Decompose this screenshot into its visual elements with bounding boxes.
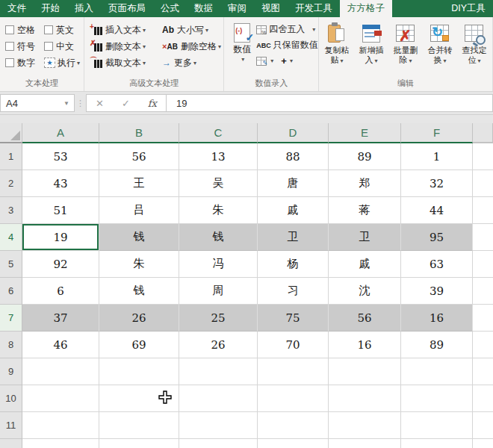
column-header-B[interactable]: B [99, 123, 179, 143]
checkbox-icon[interactable] [5, 25, 14, 34]
tab-开始[interactable]: 开始 [34, 0, 67, 17]
cell-D7[interactable]: 75 [258, 305, 329, 332]
insert-function-icon[interactable]: fx [148, 98, 157, 109]
cell-B9[interactable] [99, 358, 179, 385]
cell-B5[interactable]: 朱 [99, 251, 179, 278]
cell-F11[interactable] [401, 412, 473, 439]
cell-F5[interactable]: 63 [401, 251, 473, 278]
batch-delete-button[interactable]: ✗ 批量删 除▾ [389, 22, 422, 76]
cell-B8[interactable]: 69 [99, 332, 179, 358]
formula-input[interactable]: 19 [167, 94, 493, 112]
cell-partial[interactable] [473, 412, 493, 439]
row-header-5[interactable]: 5 [0, 251, 22, 278]
new-insert-button[interactable]: 新增插 入▾ [355, 22, 388, 76]
record-entry-button[interactable]: ✎ ▾ [256, 57, 273, 66]
cell-partial[interactable] [99, 439, 179, 448]
cell-F1[interactable]: 1 [401, 143, 473, 170]
cell-B2[interactable]: 王 [99, 170, 179, 197]
cell-A8[interactable]: 46 [22, 332, 99, 358]
cell-D6[interactable]: 习 [258, 278, 329, 305]
cell-F8[interactable]: 89 [401, 332, 473, 358]
cell-A4[interactable]: 19 [22, 224, 99, 251]
name-box[interactable]: A4 ▼ [0, 94, 75, 112]
cell-E7[interactable]: 56 [329, 305, 401, 332]
cell-D11[interactable] [258, 412, 329, 439]
cell-C10[interactable] [179, 385, 258, 412]
cell-partial[interactable] [258, 439, 329, 448]
cell-partial[interactable] [473, 358, 493, 385]
dropdown-arrow-icon[interactable]: ▼ [63, 100, 69, 107]
cell-D3[interactable]: 戚 [258, 197, 329, 224]
case-button[interactable]: Ab 大小写 ▾ [162, 22, 221, 38]
tab-视图[interactable]: 视图 [254, 0, 288, 17]
value-button[interactable]: (-)✓ 数值 ▾ [228, 22, 256, 76]
cell-D2[interactable]: 唐 [258, 170, 329, 197]
cell-B4[interactable]: 钱 [99, 224, 179, 251]
cell-partial[interactable] [473, 251, 493, 278]
row-header-2[interactable]: 2 [0, 170, 22, 197]
tab-方方格子[interactable]: 方方格子 [340, 0, 392, 17]
cell-F3[interactable]: 44 [401, 197, 473, 224]
cell-partial[interactable] [473, 197, 493, 224]
row-header-partial[interactable] [0, 439, 22, 448]
cell-C5[interactable]: 冯 [179, 251, 258, 278]
cell-partial[interactable] [473, 224, 493, 251]
round-button[interactable]: % 四舍五入 ▾ [256, 22, 318, 37]
cell-B6[interactable]: 钱 [99, 278, 179, 305]
row-header-3[interactable]: 3 [0, 197, 22, 224]
insert-text-button[interactable]: + 插入文本 ▾ [90, 22, 162, 38]
tab-公式[interactable]: 公式 [153, 0, 187, 17]
tab-插入[interactable]: 插入 [67, 0, 101, 17]
cell-D4[interactable]: 卫 [258, 224, 329, 251]
row-header-8[interactable]: 8 [0, 332, 22, 358]
cell-B7[interactable]: 26 [99, 305, 179, 332]
cell-D10[interactable] [258, 385, 329, 412]
row-header-10[interactable]: 10 [0, 385, 22, 412]
cell-A11[interactable] [22, 412, 99, 439]
cell-E8[interactable]: 16 [329, 332, 401, 358]
row-header-1[interactable]: 1 [0, 143, 22, 170]
extract-text-button[interactable]: ⌒ 截取文本 ▾ [90, 55, 162, 71]
cell-partial[interactable] [473, 385, 493, 412]
cell-A7[interactable]: 37 [22, 305, 99, 332]
cell-partial[interactable] [179, 439, 258, 448]
checkbox-icon[interactable] [44, 42, 53, 51]
row-header-6[interactable]: 6 [0, 278, 22, 305]
cell-E2[interactable]: 郑 [329, 170, 401, 197]
column-header-D[interactable]: D [258, 123, 329, 143]
cell-D8[interactable]: 70 [258, 332, 329, 358]
row-header-4[interactable]: 4 [0, 224, 22, 251]
cell-partial[interactable] [22, 439, 99, 448]
cell-F10[interactable] [401, 385, 473, 412]
tab-页面布局[interactable]: 页面布局 [101, 0, 153, 17]
column-header-partial[interactable] [473, 123, 493, 143]
cell-partial[interactable] [401, 439, 473, 448]
checkbox-space[interactable]: 空格 [5, 22, 44, 38]
cell-E10[interactable] [329, 385, 401, 412]
cell-B1[interactable]: 56 [99, 143, 179, 170]
cell-F4[interactable]: 95 [401, 224, 473, 251]
row-header-7[interactable]: 7 [0, 305, 22, 332]
tab-开发工具[interactable]: 开发工具 [288, 0, 340, 17]
checkbox-icon[interactable] [5, 42, 14, 51]
cell-B3[interactable]: 吕 [99, 197, 179, 224]
checkbox-symbol[interactable]: 符号 [5, 38, 44, 55]
cell-E11[interactable] [329, 412, 401, 439]
cell-A6[interactable]: 6 [22, 278, 99, 305]
cell-C9[interactable] [179, 358, 258, 385]
column-header-C[interactable]: C [179, 123, 258, 143]
tab-数据[interactable]: 数据 [187, 0, 220, 17]
cell-C2[interactable]: 吴 [179, 170, 258, 197]
checkbox-chinese[interactable]: 中文 [44, 38, 80, 55]
cancel-icon[interactable]: ✕ [96, 98, 104, 109]
cell-D1[interactable]: 88 [258, 143, 329, 170]
cell-F7[interactable]: 16 [401, 305, 473, 332]
more-button[interactable]: → 更多 ▾ [162, 55, 221, 71]
cell-A1[interactable]: 53 [22, 143, 99, 170]
checkbox-icon[interactable] [44, 25, 53, 34]
remove-space-button[interactable]: ×AB 删除空格 ▾ [162, 38, 221, 55]
cell-E6[interactable]: 沈 [329, 278, 401, 305]
delete-text-button[interactable]: ✗ 删除文本 ▾ [90, 38, 162, 55]
find-locate-button[interactable]: 查找定 位▾ [458, 22, 491, 76]
cell-C11[interactable] [179, 412, 258, 439]
